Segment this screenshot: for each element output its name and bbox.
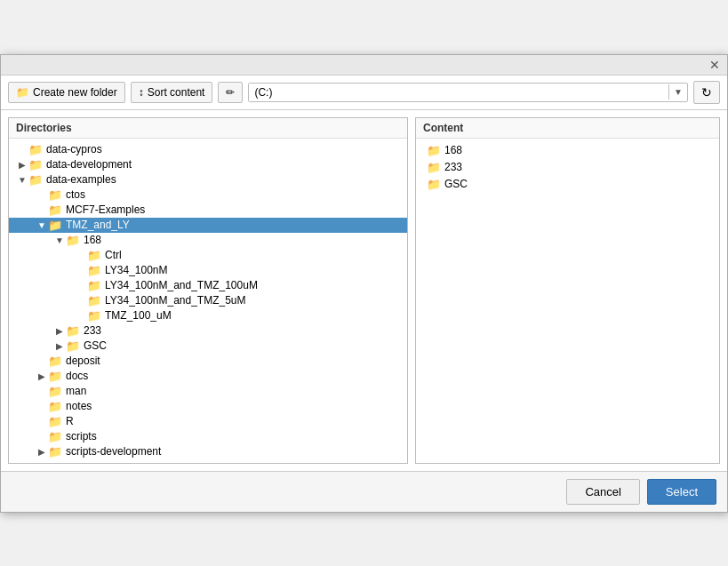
tree-item-label: deposit [66,355,100,367]
tree-item[interactable]: 📁 deposit [9,354,407,369]
folder-icon: 📁 [28,143,43,156]
folder-icon: 📁 [87,309,101,323]
path-container: ▼ [248,83,688,102]
content-header: Content [416,118,719,139]
tree-item-label: ctos [66,188,85,201]
file-browser-dialog: ✕ 📁 Create new folder ↕ Sort content ✏ ▼… [0,54,728,513]
tree-item-label: GSC [84,339,107,352]
toolbar: 📁 Create new folder ↕ Sort content ✏ ▼ ↻ [1,76,727,110]
tree-item[interactable]: 📁 LY34_100nM [9,263,407,278]
tree-item[interactable]: ▼ 📁 TMZ_and_LY [9,218,407,233]
tree-item[interactable]: 📁 MCF7-Examples [9,203,407,218]
content-item-label: 233 [444,161,462,173]
tree-item-label: LY34_100nM_and_TMZ_100uM [105,279,258,291]
folder-icon: 📁 [66,324,80,338]
tree-item-label: scripts [66,430,97,442]
tree-item-label: docs [66,370,88,382]
tree-item[interactable]: 📁 ctos [9,187,407,203]
folder-icon: 📁 [48,385,62,398]
folder-icon: 📁 [28,173,43,187]
sort-content-button[interactable]: ↕ Sort content [131,82,213,103]
tree-item[interactable]: 📁 notes [9,399,407,414]
tree-item[interactable]: ▶ 📁 GSC [9,339,407,354]
tree-item[interactable]: 📁 scripts [9,429,407,444]
content-panel: Content 📁 168 📁 233 📁 GSC [415,117,720,464]
tree-item[interactable]: 📁 LY34_100nM_and_TMZ_5uM [9,293,407,308]
tree-container[interactable]: 📁 data-cypros ▶ 📁 data-development ▼ 📁 d… [9,139,407,463]
tree-item-label: man [66,385,86,397]
folder-icon: 📁 [66,234,80,247]
expand-icon: ▶ [36,371,48,381]
directories-header: Directories [9,118,407,139]
folder-icon: 📁 [48,445,62,458]
tree-item-label: LY34_100nM_and_TMZ_5uM [105,294,246,307]
folder-icon: 📁 [48,415,62,428]
folder-icon: 📁 [48,219,62,232]
folder-icon: 📁 [87,264,101,277]
select-button[interactable]: Select [647,479,716,505]
cancel-button[interactable]: Cancel [566,479,639,505]
tree-item[interactable]: 📁 data-cypros [9,142,407,157]
tree-item-label: R [66,415,74,427]
folder-icon: 📁 [48,400,62,413]
tree-item[interactable]: ▶ 📁 233 [9,323,407,339]
folder-plus-icon: 📁 [16,86,29,99]
tree-item-label: data-examples [46,173,116,186]
tree-item[interactable]: 📁 R [9,414,407,429]
tree-item-label: 168 [84,234,101,246]
tree-item[interactable]: 📁 Ctrl [9,248,407,263]
folder-icon: 📁 [427,144,441,157]
path-dropdown-button[interactable]: ▼ [668,84,687,100]
create-folder-button[interactable]: 📁 Create new folder [8,82,125,103]
refresh-button[interactable]: ↻ [693,81,720,104]
tree-item-label: notes [66,400,92,412]
folder-icon: 📁 [87,294,101,307]
tree-item[interactable]: 📁 man [9,384,407,399]
tree-item[interactable]: 📁 LY34_100nM_and_TMZ_100uM [9,278,407,293]
folder-icon: 📁 [48,188,62,202]
content-item-label: 168 [444,144,462,156]
tree-item[interactable]: ▶ 📁 docs [9,369,407,384]
path-input[interactable] [249,84,668,101]
tree-item-label: TMZ_and_LY [66,219,130,231]
collapse-icon: ▼ [16,175,28,185]
expand-icon: ▶ [16,160,28,170]
directories-panel: Directories 📁 data-cypros ▶ 📁 data-devel… [8,117,408,464]
tree-item-label: scripts-development [66,445,161,458]
folder-icon: 📁 [48,430,62,443]
collapse-icon: ▼ [53,235,66,245]
tree-item-label: data-cypros [46,143,102,155]
tree-item-label: LY34_100nM [105,264,168,276]
tree-item[interactable]: ▶ 📁 data-development [9,157,407,172]
content-list: 📁 168 📁 233 📁 GSC [416,139,719,463]
content-item-label: GSC [444,178,468,190]
edit-icon: ✏ [226,86,235,99]
folder-icon: 📁 [48,370,62,383]
folder-icon: 📁 [48,203,62,217]
sort-icon: ↕ [139,86,144,99]
tree-item-label: Ctrl [105,249,122,261]
folder-icon: 📁 [427,161,441,174]
tree-item[interactable]: ▶ 📁 scripts-development [9,444,407,459]
tree-item[interactable]: ▼ 📁 data-examples [9,172,407,187]
content-item[interactable]: 📁 233 [423,159,712,176]
content-item[interactable]: 📁 168 [423,142,712,159]
content-item[interactable]: 📁 GSC [423,176,712,193]
folder-icon: 📁 [28,158,43,171]
footer: Cancel Select [1,471,727,512]
folder-icon: 📁 [66,339,80,353]
expand-icon: ▶ [36,447,48,457]
sort-content-label: Sort content [148,86,205,99]
title-bar: ✕ [1,55,727,76]
tree-item-label: data-development [46,158,132,171]
expand-icon: ▶ [53,341,66,351]
tree-item[interactable]: ▼ 📁 168 [9,233,407,248]
folder-icon: 📁 [87,249,101,262]
tree-item[interactable]: 📁 TMZ_100_uM [9,308,407,323]
edit-button[interactable]: ✏ [218,82,243,103]
close-button[interactable]: ✕ [709,59,720,71]
create-folder-label: Create new folder [33,86,117,99]
folder-icon: 📁 [87,279,101,292]
collapse-icon: ▼ [36,220,48,230]
tree-item-label: 233 [84,324,101,337]
